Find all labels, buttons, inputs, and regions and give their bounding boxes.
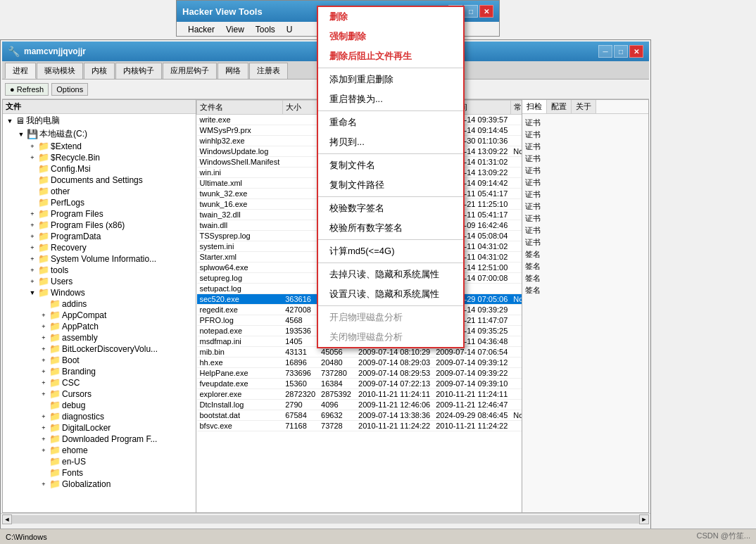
table-cell: [282, 262, 318, 273]
ctx-set-attrs[interactable]: 设置只读、隐藏和系统属性: [318, 284, 463, 304]
table-row[interactable]: HelpPane.exe7336967372802009-07-14 08:29…: [197, 368, 522, 379]
ctx-add-to-restart-delete[interactable]: 添加到重启删除: [318, 70, 463, 89]
tree-item[interactable]: + CSC: [3, 377, 196, 388]
col-filename[interactable]: 文件名: [197, 101, 283, 115]
options-btn[interactable]: Options: [51, 83, 88, 96]
tree-item[interactable]: + ProgramData: [3, 231, 196, 242]
refresh-btn[interactable]: ● Refresh: [5, 83, 49, 96]
tree-item[interactable]: Documents and Settings: [3, 175, 196, 186]
inner-minimize-btn[interactable]: ─: [598, 45, 612, 58]
ctx-restart-replace[interactable]: 重启替换为...: [318, 89, 463, 109]
tab-app-hooks[interactable]: 应用层钩子: [163, 63, 217, 79]
tree-item[interactable]: + Recovery: [3, 242, 196, 253]
context-menu: 删除 强制删除 删除后阻止文件再生 添加到重启删除 重启替换为... 重命名 拷…: [317, 6, 465, 348]
table-row[interactable]: bootstat.dat67584696322009-07-14 13:38:3…: [197, 410, 522, 421]
horizontal-scrollbar[interactable]: ◄ ►: [1, 513, 650, 524]
tree-item[interactable]: + ehome: [3, 445, 196, 456]
tree-item[interactable]: Fonts: [3, 467, 196, 479]
ctx-delete[interactable]: 删除: [318, 7, 463, 27]
tree-item[interactable]: + System Volume Informatio...: [3, 253, 196, 265]
right-content: 证书 证书 证书 证书 证书 证书 证书 证书 证书 证书 证书 签名 签名 签…: [522, 114, 648, 299]
inner-maximize-btn[interactable]: □: [614, 45, 628, 58]
hacker-menu-tools[interactable]: Tools: [250, 23, 281, 36]
tree-item[interactable]: + $Extend: [3, 141, 196, 152]
tree-item[interactable]: + $Recycle.Bin: [3, 152, 196, 163]
tree-item[interactable]: + assembly: [3, 332, 196, 343]
table-row[interactable]: bfsvc.exe71168737282010-11-21 11:24:2220…: [197, 421, 522, 431]
tab-kernel[interactable]: 内核: [84, 63, 115, 79]
tree-label: Config.Msi: [51, 164, 91, 174]
tree-item[interactable]: + Cursors: [3, 388, 196, 400]
expand-icon: ▼: [27, 289, 38, 296]
cert-item-2: 证书: [525, 129, 645, 141]
tree-item[interactable]: + Boot: [3, 355, 196, 366]
table-row[interactable]: fveupdate.exe15360163842009-07-14 07:22:…: [197, 379, 522, 389]
tab-registry[interactable]: 注册表: [249, 63, 288, 79]
tree-label: Documents and Settings: [51, 175, 143, 185]
table-cell: [282, 284, 318, 294]
tree-item[interactable]: other: [3, 186, 196, 197]
folder-icon: [38, 232, 49, 241]
tree-item[interactable]: + AppPatch: [3, 321, 196, 332]
inner-close-btn[interactable]: ✕: [629, 45, 643, 58]
tree-item[interactable]: + BitLockerDiscoveryVolu...: [3, 343, 196, 355]
tree-item[interactable]: addins: [3, 298, 196, 310]
table-cell: 2009-07-14 09:39:12: [433, 358, 510, 368]
folder-icon: [38, 198, 49, 208]
table-cell: [510, 379, 522, 389]
right-tab-about[interactable]: 关于: [572, 100, 596, 113]
tab-network[interactable]: 网络: [218, 63, 248, 79]
hacker-close-btn[interactable]: ✕: [479, 5, 493, 18]
tree-item[interactable]: Config.Msi: [3, 163, 196, 175]
table-cell: setupreg.log: [197, 273, 283, 284]
table-row[interactable]: DtcInstall.log279040962009-11-21 12:46:0…: [197, 400, 522, 410]
tree-item[interactable]: ▼ 🖥 我的电脑: [3, 114, 196, 127]
table-cell: [510, 273, 522, 284]
tree-item[interactable]: ▼ 💾 本地磁盘(C:): [3, 127, 196, 141]
expand-icon: +: [27, 154, 38, 161]
folder-icon: [38, 220, 49, 230]
tab-kernel-hooks[interactable]: 内核钩子: [115, 63, 162, 79]
tree-item[interactable]: + Branding: [3, 366, 196, 377]
ctx-copy-filename[interactable]: 复制文件名: [318, 156, 463, 175]
tab-drivers[interactable]: 驱动模块: [37, 63, 83, 79]
table-cell: hh.exe: [197, 358, 283, 368]
ctx-force-delete[interactable]: 强制删除: [318, 27, 463, 46]
tree-item[interactable]: debug: [3, 400, 196, 411]
table-cell: [510, 326, 522, 336]
ctx-remove-attrs[interactable]: 去掉只读、隐藏和系统属性: [318, 265, 463, 284]
table-cell: [510, 368, 522, 379]
tree-item[interactable]: en-US: [3, 456, 196, 467]
tree-item[interactable]: + DigitalLocker: [3, 422, 196, 434]
tree-item[interactable]: + Downloaded Program F...: [3, 434, 196, 445]
ctx-verify-sig[interactable]: 校验数字签名: [318, 198, 463, 218]
tree-item[interactable]: + Globalization: [3, 479, 196, 490]
tree-item[interactable]: + AppCompat: [3, 310, 196, 321]
ctx-delete-prevent-regen[interactable]: 删除后阻止文件再生: [318, 46, 463, 66]
ctx-rename[interactable]: 重命名: [318, 113, 463, 132]
right-tab-config[interactable]: 配置: [547, 100, 572, 113]
tree-item[interactable]: + Program Files (x86): [3, 220, 196, 231]
col-size[interactable]: 大小: [282, 101, 318, 115]
ctx-calc-md5[interactable]: 计算md5(<=4G): [318, 241, 463, 261]
hacker-maximize-btn[interactable]: □: [464, 5, 478, 18]
tab-processes[interactable]: 进程: [5, 63, 36, 79]
table-row[interactable]: hh.exe16896204802009-07-14 08:29:032009-…: [197, 358, 522, 368]
tree-item[interactable]: + Users: [3, 276, 196, 287]
ctx-verify-all-sigs[interactable]: 校验所有数字签名: [318, 218, 463, 238]
hacker-menu-view[interactable]: View: [220, 23, 250, 36]
hacker-menu-u[interactable]: U: [281, 23, 298, 36]
right-tab-scan[interactable]: 扫检: [522, 100, 547, 113]
scroll-left-btn[interactable]: ◄: [2, 514, 12, 524]
tree-item[interactable]: + tools: [3, 265, 196, 276]
table-row[interactable]: explorer.exe287232028753922010-11-21 11:…: [197, 389, 522, 400]
scroll-right-btn[interactable]: ►: [639, 514, 649, 524]
hacker-menu-hacker[interactable]: Hacker: [182, 23, 220, 36]
col-flag[interactable]: 常规...: [510, 101, 522, 115]
tree-item[interactable]: + diagnostics: [3, 411, 196, 422]
tree-item[interactable]: + Program Files: [3, 208, 196, 220]
ctx-copy-to[interactable]: 拷贝到...: [318, 132, 463, 152]
ctx-copy-filepath[interactable]: 复制文件路径: [318, 175, 463, 195]
tree-item[interactable]: PerfLogs: [3, 197, 196, 208]
tree-item[interactable]: ▼ Windows: [3, 287, 196, 298]
